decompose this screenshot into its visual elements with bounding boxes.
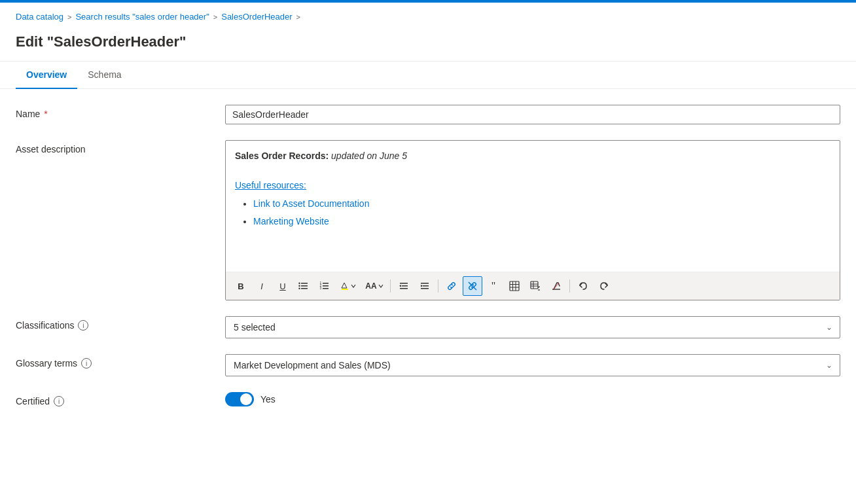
tabs-container: Overview Schema xyxy=(0,62,856,89)
svg-rect-15 xyxy=(400,288,408,289)
certified-row: Certified i Yes xyxy=(16,392,840,406)
highlight-dropdown-arrow xyxy=(351,283,356,289)
ordered-list-button[interactable]: 1 2 3 xyxy=(315,276,334,296)
svg-rect-2 xyxy=(301,288,308,289)
unordered-list-icon xyxy=(298,281,309,291)
outdent-button[interactable] xyxy=(394,276,414,296)
rich-text-editor[interactable]: Sales Order Records: updated on June 5 U… xyxy=(225,140,840,300)
table-edit-button[interactable] xyxy=(526,276,545,296)
rich-text-content[interactable]: Sales Order Records: updated on June 5 U… xyxy=(226,141,840,272)
useful-resources-heading: Useful resources: xyxy=(235,178,830,192)
glossary-terms-row: Glossary terms i Market Development and … xyxy=(16,354,840,376)
underline-button[interactable]: U xyxy=(273,276,293,296)
tab-schema[interactable]: Schema xyxy=(77,62,132,89)
bold-button[interactable]: B xyxy=(231,276,251,296)
font-size-dropdown-arrow xyxy=(378,283,383,289)
certified-label: Certified i xyxy=(16,392,225,406)
insert-link-button[interactable] xyxy=(442,276,461,296)
classifications-select[interactable]: 5 selected xyxy=(225,316,840,338)
svg-point-4 xyxy=(298,285,300,287)
svg-rect-1 xyxy=(301,285,308,287)
unordered-list-button[interactable] xyxy=(294,276,313,296)
undo-button[interactable] xyxy=(573,276,593,296)
indent-button[interactable] xyxy=(415,276,435,296)
redo-button[interactable] xyxy=(594,276,614,296)
editor-toolbar: B I U xyxy=(226,272,840,300)
undo-icon xyxy=(578,281,588,291)
svg-rect-25 xyxy=(531,281,538,289)
resource-links-list: Link to Asset Documentation Marketing We… xyxy=(253,196,830,228)
asset-description-row: Asset description Sales Order Records: u… xyxy=(16,140,840,300)
classifications-info-icon[interactable]: i xyxy=(78,320,88,331)
tab-overview[interactable]: Overview xyxy=(16,62,77,89)
breadcrumb-sep-1: > xyxy=(67,13,71,21)
svg-rect-16 xyxy=(421,283,429,284)
italic-button[interactable]: I xyxy=(252,276,272,296)
classifications-row: Classifications i 5 selected ⌄ xyxy=(16,316,840,338)
svg-rect-12 xyxy=(342,289,348,290)
svg-point-5 xyxy=(298,288,300,289)
unlink-icon xyxy=(467,281,478,291)
table-icon xyxy=(509,281,520,291)
breadcrumb-sales-order-header[interactable]: SalesOrderHeader xyxy=(221,12,292,22)
insert-table-button[interactable] xyxy=(505,276,524,296)
name-input[interactable] xyxy=(225,105,840,124)
highlight-dropdown-button[interactable] xyxy=(336,276,361,296)
ordered-list-icon: 1 2 3 xyxy=(319,281,330,291)
certified-toggle[interactable] xyxy=(225,392,254,406)
asset-description-label: Asset description xyxy=(16,140,225,154)
certified-toggle-knob xyxy=(240,393,252,405)
clear-format-icon xyxy=(551,281,562,291)
certified-toggle-row: Yes xyxy=(225,392,840,406)
form-area: Name * Asset description Sales Order Rec… xyxy=(0,89,856,438)
svg-point-3 xyxy=(298,283,300,284)
toolbar-divider-2 xyxy=(438,279,438,293)
name-required-star: * xyxy=(44,109,47,119)
breadcrumb: Data catalog > Search results "sales ord… xyxy=(0,3,856,28)
font-size-dropdown-button[interactable]: AA xyxy=(362,276,387,296)
classifications-label: Classifications i xyxy=(16,316,225,331)
link-icon xyxy=(446,281,457,291)
redo-icon xyxy=(599,281,609,291)
useful-resources-link[interactable]: Useful resources: xyxy=(235,180,306,190)
svg-rect-6 xyxy=(323,283,329,284)
glossary-terms-select[interactable]: Market Development and Sales (MDS) xyxy=(225,354,840,376)
classifications-field-container: 5 selected ⌄ xyxy=(225,316,840,338)
glossary-terms-field-container: Market Development and Sales (MDS) ⌄ xyxy=(225,354,840,376)
name-field-container xyxy=(225,105,840,124)
page-title: Edit "SalesOrderHeader" xyxy=(16,33,840,50)
description-italic: updated on June 5 xyxy=(331,151,407,161)
classifications-dropdown-wrapper: 5 selected ⌄ xyxy=(225,316,840,338)
toolbar-divider-1 xyxy=(390,279,391,293)
glossary-terms-info-icon[interactable]: i xyxy=(81,358,92,369)
breadcrumb-data-catalog[interactable]: Data catalog xyxy=(16,12,63,22)
breadcrumb-search-results[interactable]: Search results "sales order header" xyxy=(75,12,209,22)
clear-format-button[interactable] xyxy=(546,276,566,296)
description-bold: Sales Order Records: xyxy=(235,151,329,161)
remove-link-button[interactable] xyxy=(463,276,482,296)
svg-text:3: 3 xyxy=(320,286,322,290)
page-header: Edit "SalesOrderHeader" xyxy=(0,28,856,62)
glossary-terms-label: Glossary terms i xyxy=(16,354,225,369)
svg-rect-17 xyxy=(423,285,429,287)
toolbar-divider-3 xyxy=(569,279,570,293)
list-item-1: Link to Asset Documentation xyxy=(253,196,830,211)
svg-rect-0 xyxy=(301,283,308,284)
link-marketing-website[interactable]: Marketing Website xyxy=(253,216,329,226)
svg-rect-20 xyxy=(510,281,519,291)
svg-rect-13 xyxy=(400,283,408,284)
svg-rect-14 xyxy=(402,285,408,287)
name-row: Name * xyxy=(16,105,840,124)
description-headline: Sales Order Records: updated on June 5 xyxy=(235,149,830,163)
list-item-2: Marketing Website xyxy=(253,214,830,228)
breadcrumb-sep-3: > xyxy=(296,13,300,21)
indent-icon xyxy=(419,281,430,291)
glossary-terms-dropdown-wrapper: Market Development and Sales (MDS) ⌄ xyxy=(225,354,840,376)
svg-rect-8 xyxy=(323,288,329,289)
name-label: Name * xyxy=(16,105,225,119)
svg-rect-7 xyxy=(323,285,329,287)
link-asset-documentation[interactable]: Link to Asset Documentation xyxy=(253,198,369,209)
quote-button[interactable]: " xyxy=(484,276,503,296)
certified-info-icon[interactable]: i xyxy=(54,396,64,406)
table-edit-icon xyxy=(530,281,541,291)
